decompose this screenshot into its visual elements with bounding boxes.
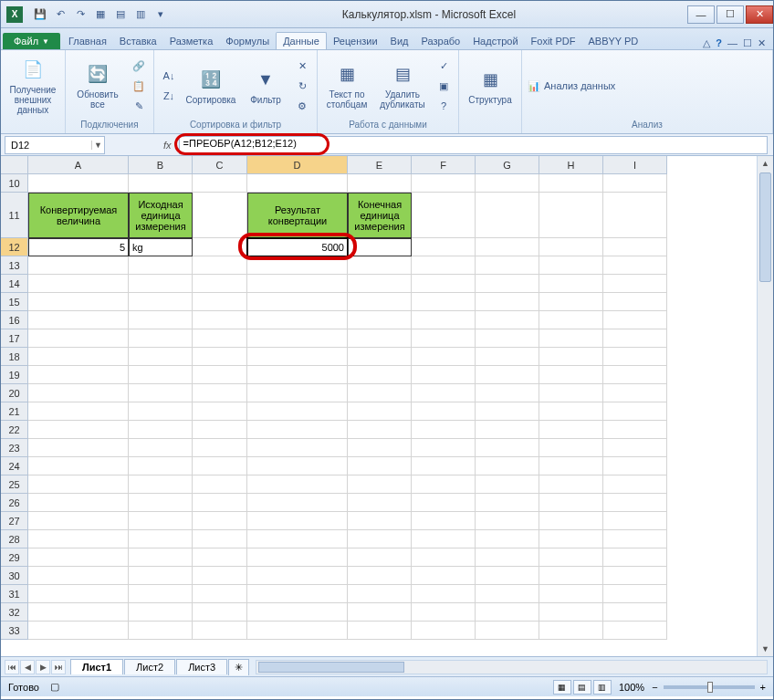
cell[interactable]: [247, 311, 348, 329]
cell[interactable]: [129, 494, 193, 512]
cell[interactable]: [603, 512, 667, 530]
cell[interactable]: [193, 439, 247, 457]
cell[interactable]: [603, 530, 667, 549]
cell[interactable]: Исходная единица измерения: [129, 193, 193, 238]
cell[interactable]: [28, 256, 129, 275]
sheet-tab[interactable]: Лист2: [124, 659, 175, 674]
cell[interactable]: [539, 603, 603, 622]
prev-sheet-icon[interactable]: ◀: [20, 660, 35, 674]
cell[interactable]: [539, 193, 603, 238]
cell[interactable]: 5000: [247, 238, 348, 256]
fx-icon[interactable]: fx: [163, 140, 172, 151]
help-icon[interactable]: ?: [716, 37, 722, 49]
cell[interactable]: [603, 494, 667, 512]
row-header[interactable]: 10: [1, 174, 28, 193]
cell-grid[interactable]: Конвертируемая величинаИсходная единица …: [28, 174, 667, 640]
cell[interactable]: [476, 384, 539, 402]
cell[interactable]: [129, 256, 193, 275]
row-headers[interactable]: 1011121314151617181920212223242526272829…: [1, 174, 28, 640]
row-header[interactable]: 12: [1, 238, 28, 256]
tab-abbyy[interactable]: ABBYY PD: [581, 33, 644, 49]
tab-data[interactable]: Данные: [276, 32, 327, 49]
cell[interactable]: [247, 366, 348, 384]
cell[interactable]: [539, 311, 603, 329]
cell[interactable]: [539, 421, 603, 439]
cell[interactable]: [603, 193, 667, 238]
cell[interactable]: [603, 549, 667, 567]
cell[interactable]: [129, 622, 193, 640]
cell[interactable]: [412, 293, 476, 311]
cell[interactable]: [412, 494, 476, 512]
cell[interactable]: [348, 622, 412, 640]
cell[interactable]: [129, 311, 193, 329]
cell[interactable]: [476, 622, 539, 640]
cell[interactable]: [539, 384, 603, 402]
cell[interactable]: [476, 549, 539, 567]
scroll-up-icon[interactable]: ▲: [758, 156, 773, 171]
cell[interactable]: [348, 475, 412, 494]
column-header[interactable]: G: [476, 156, 539, 174]
cell[interactable]: [476, 256, 539, 275]
qat-icon[interactable]: ▥: [132, 6, 149, 23]
cell[interactable]: [412, 585, 476, 603]
cell[interactable]: [247, 384, 348, 402]
cell[interactable]: [28, 567, 129, 585]
cell[interactable]: [539, 402, 603, 421]
clear-icon[interactable]: ✕: [293, 57, 311, 75]
cell[interactable]: [476, 238, 539, 256]
column-header[interactable]: I: [603, 156, 667, 174]
row-header[interactable]: 24: [1, 457, 28, 475]
cell[interactable]: [193, 494, 247, 512]
cell[interactable]: [193, 329, 247, 348]
cell[interactable]: [348, 457, 412, 475]
column-header[interactable]: E: [348, 156, 412, 174]
cell[interactable]: [247, 512, 348, 530]
cell[interactable]: [28, 329, 129, 348]
cell[interactable]: [247, 622, 348, 640]
cell[interactable]: [348, 585, 412, 603]
cell[interactable]: [193, 530, 247, 549]
cell[interactable]: [247, 293, 348, 311]
cell[interactable]: [129, 366, 193, 384]
cell[interactable]: [348, 439, 412, 457]
sort-button[interactable]: 🔢Сортировка: [183, 56, 238, 116]
cell[interactable]: [193, 348, 247, 366]
zoom-in-icon[interactable]: +: [760, 682, 766, 693]
cell[interactable]: [28, 311, 129, 329]
column-header[interactable]: F: [412, 156, 476, 174]
column-header[interactable]: A: [28, 156, 129, 174]
cell[interactable]: [539, 293, 603, 311]
cell[interactable]: [28, 512, 129, 530]
cell[interactable]: [603, 366, 667, 384]
cell[interactable]: [412, 384, 476, 402]
row-header[interactable]: 30: [1, 567, 28, 585]
last-sheet-icon[interactable]: ⏭: [51, 660, 66, 674]
row-header[interactable]: 28: [1, 530, 28, 549]
tab-formulas[interactable]: Формулы: [219, 33, 276, 49]
cell[interactable]: [412, 311, 476, 329]
cell[interactable]: [28, 549, 129, 567]
maximize-button[interactable]: ☐: [716, 5, 744, 24]
cell[interactable]: [476, 348, 539, 366]
cell[interactable]: [193, 311, 247, 329]
reapply-icon[interactable]: ↻: [293, 77, 311, 95]
column-headers[interactable]: ABCDEFGHI: [28, 156, 667, 174]
cell[interactable]: [129, 439, 193, 457]
row-header[interactable]: 32: [1, 603, 28, 622]
cell[interactable]: [129, 348, 193, 366]
cell[interactable]: [603, 439, 667, 457]
doc-close-icon[interactable]: ✕: [758, 37, 766, 49]
select-all-corner[interactable]: [1, 156, 28, 174]
row-header[interactable]: 16: [1, 311, 28, 329]
cell[interactable]: [193, 256, 247, 275]
row-header[interactable]: 15: [1, 293, 28, 311]
cell[interactable]: [348, 603, 412, 622]
cell[interactable]: [129, 567, 193, 585]
cell[interactable]: [476, 457, 539, 475]
pagebreak-view-icon[interactable]: ▥: [593, 680, 612, 695]
cell[interactable]: [193, 366, 247, 384]
cell[interactable]: [193, 293, 247, 311]
cell[interactable]: [28, 457, 129, 475]
cell[interactable]: [28, 174, 129, 193]
cell[interactable]: [603, 402, 667, 421]
